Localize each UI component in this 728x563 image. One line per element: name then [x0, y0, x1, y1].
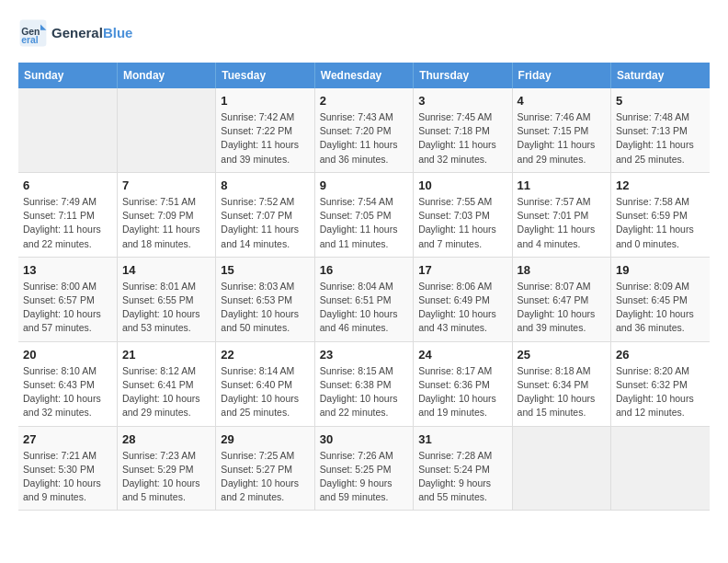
day-detail: Sunrise: 7:25 AM Sunset: 5:27 PM Dayligh…: [221, 449, 309, 505]
day-detail: Sunrise: 7:45 AM Sunset: 7:18 PM Dayligh…: [418, 110, 506, 167]
calendar-week-row: 20Sunrise: 8:10 AM Sunset: 6:43 PM Dayli…: [18, 341, 710, 426]
weekday-header-tuesday: Tuesday: [216, 63, 314, 88]
day-detail: Sunrise: 8:00 AM Sunset: 6:57 PM Dayligh…: [23, 280, 112, 336]
weekday-header-sunday: Sunday: [18, 63, 117, 88]
day-number: 25: [518, 348, 606, 362]
day-number: 4: [518, 94, 606, 108]
calendar-cell: 25Sunrise: 8:18 AM Sunset: 6:34 PM Dayli…: [512, 341, 610, 426]
calendar-cell: 14Sunrise: 8:01 AM Sunset: 6:55 PM Dayli…: [117, 257, 215, 341]
day-detail: Sunrise: 8:12 AM Sunset: 6:41 PM Dayligh…: [122, 364, 210, 420]
calendar-cell: 17Sunrise: 8:06 AM Sunset: 6:49 PM Dayli…: [414, 257, 512, 341]
day-number: 5: [616, 94, 705, 108]
day-number: 30: [320, 432, 408, 446]
calendar-cell: 5Sunrise: 7:48 AM Sunset: 7:13 PM Daylig…: [611, 88, 710, 172]
day-detail: Sunrise: 8:15 AM Sunset: 6:38 PM Dayligh…: [320, 364, 408, 420]
day-number: 23: [320, 348, 408, 362]
calendar-cell: 18Sunrise: 8:07 AM Sunset: 6:47 PM Dayli…: [512, 257, 610, 341]
day-number: 28: [122, 432, 210, 446]
weekday-header-saturday: Saturday: [611, 63, 710, 88]
weekday-header-monday: Monday: [117, 63, 215, 88]
calendar-cell: 16Sunrise: 8:04 AM Sunset: 6:51 PM Dayli…: [314, 257, 413, 341]
day-detail: Sunrise: 7:55 AM Sunset: 7:03 PM Dayligh…: [418, 195, 506, 251]
day-number: 6: [23, 178, 112, 192]
calendar-week-row: 27Sunrise: 7:21 AM Sunset: 5:30 PM Dayli…: [18, 426, 710, 511]
day-number: 26: [616, 348, 705, 362]
calendar-cell: [512, 426, 610, 511]
day-number: 9: [320, 178, 408, 192]
day-number: 29: [221, 432, 309, 446]
day-detail: Sunrise: 7:23 AM Sunset: 5:29 PM Dayligh…: [122, 449, 210, 505]
weekday-header-friday: Friday: [512, 63, 610, 88]
day-detail: Sunrise: 7:46 AM Sunset: 7:15 PM Dayligh…: [518, 110, 606, 167]
day-number: 15: [221, 263, 309, 277]
calendar-cell: 23Sunrise: 8:15 AM Sunset: 6:38 PM Dayli…: [314, 341, 413, 426]
calendar-cell: 21Sunrise: 8:12 AM Sunset: 6:41 PM Dayli…: [117, 341, 215, 426]
day-detail: Sunrise: 7:52 AM Sunset: 7:07 PM Dayligh…: [221, 195, 309, 251]
calendar-week-row: 13Sunrise: 8:00 AM Sunset: 6:57 PM Dayli…: [18, 257, 710, 341]
calendar-cell: 12Sunrise: 7:58 AM Sunset: 6:59 PM Dayli…: [611, 172, 710, 257]
day-detail: Sunrise: 8:03 AM Sunset: 6:53 PM Dayligh…: [221, 280, 309, 336]
day-detail: Sunrise: 8:07 AM Sunset: 6:47 PM Dayligh…: [518, 280, 606, 336]
calendar-cell: 27Sunrise: 7:21 AM Sunset: 5:30 PM Dayli…: [18, 426, 117, 511]
svg-text:eral: eral: [21, 35, 39, 45]
calendar-cell: 31Sunrise: 7:28 AM Sunset: 5:24 PM Dayli…: [414, 426, 512, 511]
day-number: 17: [418, 263, 506, 277]
day-detail: Sunrise: 8:04 AM Sunset: 6:51 PM Dayligh…: [320, 280, 408, 336]
day-detail: Sunrise: 7:26 AM Sunset: 5:25 PM Dayligh…: [320, 449, 408, 505]
day-detail: Sunrise: 7:54 AM Sunset: 7:05 PM Dayligh…: [320, 195, 408, 251]
calendar-cell: 9Sunrise: 7:54 AM Sunset: 7:05 PM Daylig…: [314, 172, 413, 257]
calendar-cell: [18, 88, 117, 172]
day-detail: Sunrise: 8:01 AM Sunset: 6:55 PM Dayligh…: [122, 280, 210, 336]
calendar-cell: 11Sunrise: 7:57 AM Sunset: 7:01 PM Dayli…: [512, 172, 610, 257]
day-number: 14: [122, 263, 210, 277]
calendar-body: 1Sunrise: 7:42 AM Sunset: 7:22 PM Daylig…: [18, 88, 710, 511]
calendar-cell: 15Sunrise: 8:03 AM Sunset: 6:53 PM Dayli…: [216, 257, 314, 341]
day-detail: Sunrise: 8:20 AM Sunset: 6:32 PM Dayligh…: [616, 364, 705, 420]
day-detail: Sunrise: 8:17 AM Sunset: 6:36 PM Dayligh…: [418, 364, 506, 420]
calendar-week-row: 6Sunrise: 7:49 AM Sunset: 7:11 PM Daylig…: [18, 172, 710, 257]
weekday-header-wednesday: Wednesday: [314, 63, 413, 88]
day-detail: Sunrise: 7:43 AM Sunset: 7:20 PM Dayligh…: [320, 110, 408, 167]
calendar-cell: 8Sunrise: 7:52 AM Sunset: 7:07 PM Daylig…: [216, 172, 314, 257]
day-detail: Sunrise: 7:42 AM Sunset: 7:22 PM Dayligh…: [221, 110, 309, 167]
calendar-cell: 6Sunrise: 7:49 AM Sunset: 7:11 PM Daylig…: [18, 172, 117, 257]
logo: Gen eral GeneralBlue: [18, 18, 132, 48]
calendar-table: SundayMondayTuesdayWednesdayThursdayFrid…: [18, 63, 710, 511]
day-detail: Sunrise: 7:58 AM Sunset: 6:59 PM Dayligh…: [616, 195, 705, 251]
logo-text-blue: Blue: [103, 25, 133, 40]
day-number: 3: [418, 94, 506, 108]
page-header: Gen eral GeneralBlue: [18, 18, 710, 48]
calendar-cell: 28Sunrise: 7:23 AM Sunset: 5:29 PM Dayli…: [117, 426, 215, 511]
day-detail: Sunrise: 7:48 AM Sunset: 7:13 PM Dayligh…: [616, 110, 705, 167]
day-number: 8: [221, 178, 309, 192]
day-number: 27: [23, 432, 112, 446]
calendar-cell: 30Sunrise: 7:26 AM Sunset: 5:25 PM Dayli…: [314, 426, 413, 511]
weekday-header-thursday: Thursday: [414, 63, 512, 88]
calendar-header: SundayMondayTuesdayWednesdayThursdayFrid…: [18, 63, 710, 88]
day-number: 20: [23, 348, 112, 362]
calendar-cell: 10Sunrise: 7:55 AM Sunset: 7:03 PM Dayli…: [414, 172, 512, 257]
calendar-cell: 1Sunrise: 7:42 AM Sunset: 7:22 PM Daylig…: [216, 88, 314, 172]
day-detail: Sunrise: 7:57 AM Sunset: 7:01 PM Dayligh…: [518, 195, 606, 251]
calendar-cell: 13Sunrise: 8:00 AM Sunset: 6:57 PM Dayli…: [18, 257, 117, 341]
day-number: 7: [122, 178, 210, 192]
calendar-cell: 4Sunrise: 7:46 AM Sunset: 7:15 PM Daylig…: [512, 88, 610, 172]
calendar-cell: 7Sunrise: 7:51 AM Sunset: 7:09 PM Daylig…: [117, 172, 215, 257]
day-detail: Sunrise: 8:06 AM Sunset: 6:49 PM Dayligh…: [418, 280, 506, 336]
day-detail: Sunrise: 8:14 AM Sunset: 6:40 PM Dayligh…: [221, 364, 309, 420]
day-detail: Sunrise: 8:09 AM Sunset: 6:45 PM Dayligh…: [616, 280, 705, 336]
logo-icon: Gen eral: [18, 18, 48, 48]
day-number: 18: [518, 263, 606, 277]
day-number: 10: [418, 178, 506, 192]
day-number: 16: [320, 263, 408, 277]
day-number: 2: [320, 94, 408, 108]
weekday-header-row: SundayMondayTuesdayWednesdayThursdayFrid…: [18, 63, 710, 88]
calendar-cell: 26Sunrise: 8:20 AM Sunset: 6:32 PM Dayli…: [611, 341, 710, 426]
day-number: 31: [418, 432, 506, 446]
calendar-cell: 3Sunrise: 7:45 AM Sunset: 7:18 PM Daylig…: [414, 88, 512, 172]
day-detail: Sunrise: 8:10 AM Sunset: 6:43 PM Dayligh…: [23, 364, 112, 420]
day-number: 1: [221, 94, 309, 108]
day-detail: Sunrise: 7:51 AM Sunset: 7:09 PM Dayligh…: [122, 195, 210, 251]
calendar-cell: [611, 426, 710, 511]
day-number: 21: [122, 348, 210, 362]
